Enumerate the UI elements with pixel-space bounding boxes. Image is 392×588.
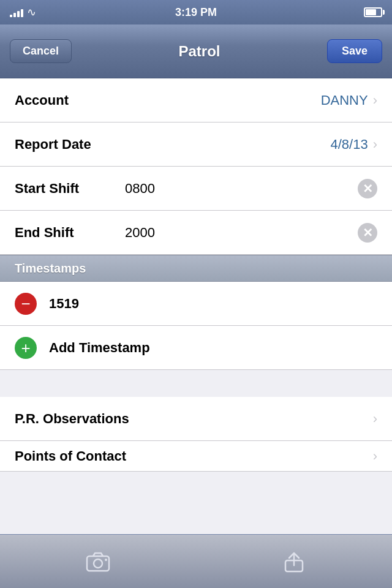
account-value-container: DANNY › — [321, 92, 377, 108]
save-button[interactable]: Save — [327, 39, 382, 63]
add-timestamp-label: Add Timestamp — [49, 340, 150, 356]
battery-icon — [364, 7, 382, 17]
status-time: 3:19 PM — [175, 6, 217, 19]
end-shift-row[interactable]: End Shift 2000 ✕ — [0, 211, 392, 255]
pr-observations-label: P.R. Observations — [15, 411, 129, 427]
account-row[interactable]: Account DANNY › — [0, 78, 392, 123]
share-tab[interactable] — [281, 548, 307, 575]
camera-tab[interactable] — [85, 548, 111, 575]
report-date-chevron-icon: › — [373, 137, 377, 153]
camera-icon — [85, 548, 111, 575]
report-date-value-container: 4/8/13 › — [331, 137, 378, 153]
account-label: Account — [15, 92, 69, 108]
plus-icon: + — [21, 340, 30, 356]
start-shift-clear-button[interactable]: ✕ — [358, 179, 377, 198]
minus-icon: − — [21, 296, 30, 312]
signal-bars-icon — [10, 7, 23, 17]
timestamp-item-1519[interactable]: − 1519 — [0, 282, 392, 326]
add-timestamp-row[interactable]: + Add Timestamp — [0, 326, 392, 370]
form-content: Account DANNY › Report Date 4/8/13 › Sta… — [0, 78, 392, 472]
points-of-contact-row[interactable]: Points of Contact › — [0, 441, 392, 472]
timestamps-section-header: Timestamps — [0, 255, 392, 282]
add-timestamp-button[interactable]: + — [15, 337, 37, 359]
end-shift-label: End Shift — [15, 225, 113, 241]
nav-title: Patrol — [179, 43, 221, 60]
share-icon — [281, 548, 307, 575]
clear-icon-2: ✕ — [363, 225, 373, 240]
account-chevron-icon: › — [373, 92, 377, 108]
account-value: DANNY — [321, 92, 368, 108]
clear-icon: ✕ — [363, 181, 373, 196]
status-bar: ∿ 3:19 PM — [0, 0, 392, 24]
end-shift-clear-button[interactable]: ✕ — [358, 223, 377, 243]
timestamp-value-1519: 1519 — [49, 296, 79, 312]
cancel-button[interactable]: Cancel — [10, 39, 72, 63]
svg-point-1 — [94, 559, 102, 568]
timestamps-header-label: Timestamps — [15, 262, 86, 276]
section-spacer — [0, 370, 392, 397]
svg-rect-0 — [87, 556, 109, 571]
tab-bar — [0, 534, 392, 588]
report-date-value: 4/8/13 — [331, 137, 368, 153]
start-shift-label: Start Shift — [15, 181, 113, 197]
pr-observations-chevron-icon: › — [373, 411, 377, 427]
status-bar-left: ∿ — [10, 6, 36, 19]
report-date-label: Report Date — [15, 137, 91, 153]
report-date-row[interactable]: Report Date 4/8/13 › — [0, 123, 392, 167]
start-shift-row[interactable]: Start Shift 0800 ✕ — [0, 167, 392, 211]
status-bar-right — [364, 7, 382, 17]
pr-observations-row[interactable]: P.R. Observations › — [0, 397, 392, 441]
svg-point-2 — [105, 559, 107, 561]
battery-fill — [366, 9, 376, 15]
signal-bar-3 — [17, 11, 20, 17]
wifi-icon: ∿ — [27, 6, 36, 19]
remove-timestamp-button[interactable]: − — [15, 293, 37, 315]
points-of-contact-label: Points of Contact — [15, 448, 126, 464]
end-shift-value: 2000 — [125, 225, 345, 241]
points-of-contact-chevron-icon: › — [373, 448, 377, 464]
signal-bar-1 — [10, 15, 12, 17]
nav-bar: Cancel Patrol Save — [0, 24, 392, 78]
signal-bar-4 — [21, 9, 23, 17]
start-shift-value: 0800 — [125, 181, 345, 197]
signal-bar-2 — [13, 13, 16, 17]
